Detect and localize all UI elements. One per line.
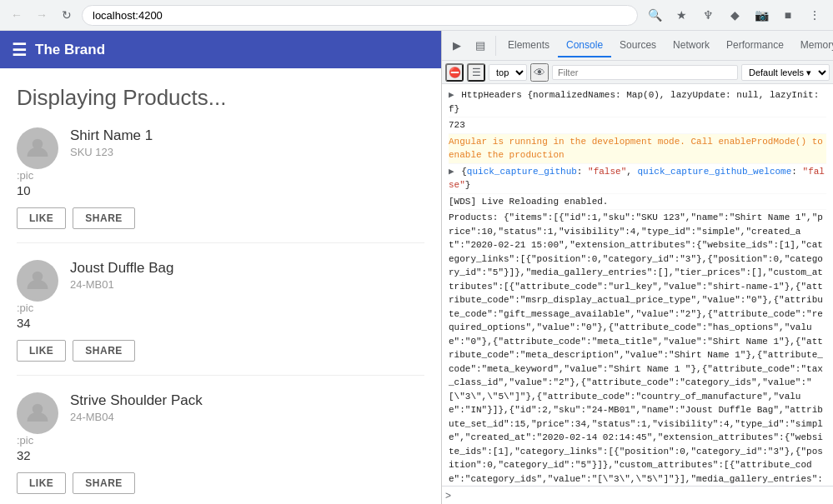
product-pic-label: :pic bbox=[17, 169, 424, 182]
product-price: 10 bbox=[17, 183, 424, 197]
product-price: 32 bbox=[17, 448, 424, 462]
product-item: Shirt Name 1 SKU 123 :pic 10 LIKE SHARE bbox=[17, 127, 424, 243]
puzzle-icon-btn[interactable]: ■ bbox=[776, 3, 800, 27]
console-line: [WDS] Live Reloading enabled. bbox=[449, 194, 826, 211]
browser-action-icons: 🔍 ★ ♆ ◆ 📷 ■ ⋮ bbox=[643, 3, 826, 27]
product-price: 34 bbox=[17, 316, 424, 330]
address-bar[interactable] bbox=[82, 5, 638, 26]
product-actions: LIKE SHARE bbox=[17, 207, 424, 229]
page-content: Displaying Products... Shirt Name 1 SKU … bbox=[0, 68, 441, 504]
console-filter-input[interactable] bbox=[552, 65, 738, 80]
tab-console[interactable]: Console bbox=[558, 34, 611, 57]
devtools-panel: ▶ ▤ Elements Console Sources Network Per… bbox=[442, 31, 833, 504]
hamburger-menu-icon[interactable]: ☰ bbox=[12, 40, 27, 60]
prompt-symbol: > bbox=[445, 490, 451, 502]
tab-sources[interactable]: Sources bbox=[611, 34, 665, 57]
devtools-top-icons: ▶ ▤ bbox=[445, 36, 496, 56]
share-button[interactable]: SHARE bbox=[73, 207, 135, 229]
tab-performance[interactable]: Performance bbox=[718, 34, 792, 57]
extension-icon-btn[interactable]: ◆ bbox=[723, 3, 746, 27]
tab-network[interactable]: Network bbox=[665, 34, 718, 57]
like-button[interactable]: LIKE bbox=[17, 472, 66, 494]
app-panel: ☰ The Brand Displaying Products... Shirt… bbox=[0, 31, 442, 504]
back-button[interactable]: ← bbox=[7, 5, 27, 25]
log-levels-select[interactable]: Default levels ▾ bbox=[741, 64, 830, 81]
product-actions: LIKE SHARE bbox=[17, 472, 424, 494]
reload-button[interactable]: ↻ bbox=[57, 5, 77, 25]
devtools-inspect-icon[interactable]: ▶ bbox=[447, 36, 467, 56]
product-name: Joust Duffle Bag bbox=[70, 260, 424, 277]
products-list: Shirt Name 1 SKU 123 :pic 10 LIKE SHARE bbox=[17, 127, 424, 504]
menu-icon-btn[interactable]: ⋮ bbox=[803, 3, 826, 27]
browser-bar: ← → ↻ 🔍 ★ ♆ ◆ 📷 ■ ⋮ bbox=[0, 0, 833, 31]
product-sku: 24-MB04 bbox=[70, 411, 424, 423]
console-line: ▶ {quick_capture_github: "false", quick_… bbox=[449, 164, 826, 194]
product-pic-label: :pic bbox=[17, 302, 424, 314]
product-info: Shirt Name 1 SKU 123 bbox=[70, 127, 424, 163]
profile-icon-btn[interactable]: ♆ bbox=[696, 3, 720, 27]
search-icon-btn[interactable]: 🔍 bbox=[643, 3, 666, 27]
tab-memory[interactable]: Memory bbox=[792, 34, 833, 57]
like-button[interactable]: LIKE bbox=[17, 207, 66, 229]
console-line: Angular is running in the development mo… bbox=[449, 134, 826, 164]
page-title: Displaying Products... bbox=[17, 85, 424, 111]
console-line: Products: {"items":[{"id":1,"sku":"SKU 1… bbox=[449, 210, 826, 486]
product-sku: 24-MB01 bbox=[70, 278, 424, 291]
forward-button[interactable]: → bbox=[32, 5, 52, 25]
product-name: Strive Shoulder Pack bbox=[70, 392, 424, 409]
devtools-tabs-bar: ▶ ▤ Elements Console Sources Network Per… bbox=[442, 31, 833, 61]
brand-title: The Brand bbox=[35, 42, 105, 58]
clear-console-icon[interactable]: ⛔ bbox=[445, 63, 464, 82]
console-output[interactable]: ▶ HttpHeaders {normalizedNames: Map(0), … bbox=[442, 84, 833, 486]
eye-filter-icon[interactable]: 👁 bbox=[530, 63, 549, 82]
like-button[interactable]: LIKE bbox=[17, 340, 66, 362]
share-button[interactable]: SHARE bbox=[73, 340, 135, 362]
bookmark-icon-btn[interactable]: ★ bbox=[670, 3, 693, 27]
product-actions: LIKE SHARE bbox=[17, 340, 424, 362]
app-toolbar: ☰ The Brand bbox=[0, 31, 441, 68]
product-item: Joust Duffle Bag 24-MB01 :pic 34 LIKE SH… bbox=[17, 260, 424, 376]
product-item: Strive Shoulder Pack 24-MB04 :pic 32 LIK… bbox=[17, 392, 424, 504]
product-info: Joust Duffle Bag 24-MB01 bbox=[70, 260, 424, 296]
share-button[interactable]: SHARE bbox=[73, 472, 135, 494]
product-name: Shirt Name 1 bbox=[70, 127, 424, 144]
product-avatar bbox=[17, 127, 58, 169]
devtools-device-icon[interactable]: ▤ bbox=[470, 36, 490, 56]
console-toolbar: ⛔ ☰ top 👁 Default levels ▾ bbox=[442, 61, 833, 84]
product-info: Strive Shoulder Pack 24-MB04 bbox=[70, 392, 424, 428]
filter-toggle-icon[interactable]: ☰ bbox=[467, 63, 485, 82]
product-sku: SKU 123 bbox=[70, 146, 424, 158]
product-pic-label: :pic bbox=[17, 434, 424, 447]
console-line: 723 bbox=[449, 117, 826, 134]
tab-elements[interactable]: Elements bbox=[499, 34, 558, 57]
context-select[interactable]: top bbox=[489, 64, 527, 81]
product-avatar bbox=[17, 260, 58, 302]
camera-icon-btn[interactable]: 📷 bbox=[750, 3, 773, 27]
product-avatar bbox=[17, 392, 58, 434]
console-prompt: > bbox=[442, 486, 833, 504]
console-line: ▶ HttpHeaders {normalizedNames: Map(0), … bbox=[449, 87, 826, 117]
